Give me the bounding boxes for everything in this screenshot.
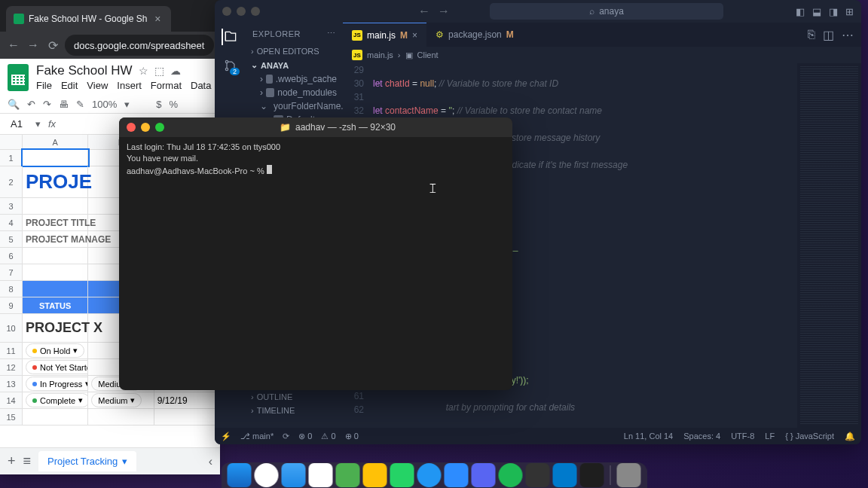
zoom-select[interactable]: 100%	[92, 99, 117, 110]
print-icon[interactable]: 🖶	[59, 99, 69, 110]
minimap[interactable]	[797, 63, 861, 428]
nav-forward-icon[interactable]: →	[438, 5, 450, 18]
dock-app-terminal[interactable]	[526, 463, 550, 487]
col-header[interactable]: A	[23, 135, 88, 149]
cell[interactable]: Medium ▾	[88, 392, 154, 408]
dock-app-discord[interactable]	[472, 463, 496, 487]
cell[interactable]: PROJE	[23, 166, 88, 197]
undo-icon[interactable]: ↶	[27, 99, 35, 110]
explorer-icon[interactable]	[222, 29, 238, 45]
address-bar[interactable]: docs.google.com/spreadsheet	[65, 35, 214, 56]
redo-icon[interactable]: ↷	[43, 99, 51, 110]
corner-cell[interactable]	[0, 135, 23, 149]
cell[interactable]	[154, 409, 220, 425]
sheets-logo-icon[interactable]	[8, 64, 29, 91]
open-editors-section[interactable]: › OPEN EDITORS	[245, 44, 343, 58]
dock-app-notion[interactable]	[309, 463, 333, 487]
row-header[interactable]: 13	[0, 376, 23, 392]
search-icon[interactable]: 🔍	[8, 99, 20, 110]
timeline-section[interactable]: › TIMELINE	[245, 404, 343, 417]
menu-edit[interactable]: Edit	[61, 80, 78, 91]
cell[interactable]: PROJECT MANAGE	[23, 231, 88, 247]
compare-icon[interactable]: ⎘	[808, 28, 815, 41]
close-window-button[interactable]	[222, 7, 231, 16]
dock-app-vscode[interactable]	[553, 463, 577, 487]
dock-app-mail[interactable]	[282, 463, 306, 487]
ports[interactable]: ⊕ 0	[345, 432, 359, 441]
cell[interactable]: PROJECT X	[23, 314, 88, 342]
chevron-down-icon[interactable]: ▾	[122, 456, 127, 467]
project-section[interactable]: ⌄ ANAYA	[245, 58, 343, 72]
dock-app-whatsapp[interactable]	[390, 463, 414, 487]
terminal-content[interactable]: Last login: Thu Jul 18 17:42:35 on ttys0…	[119, 137, 512, 181]
menu-view[interactable]: View	[87, 80, 108, 91]
menu-insert[interactable]: Insert	[117, 80, 142, 91]
dock-app-spotify[interactable]	[499, 463, 523, 487]
notifications-icon[interactable]: 🔔	[845, 432, 855, 441]
split-icon[interactable]: ◫	[823, 28, 834, 42]
source-control-icon[interactable]: 2	[222, 57, 238, 74]
row-header[interactable]: 12	[0, 359, 23, 375]
menu-format[interactable]: Format	[151, 80, 182, 91]
command-center[interactable]: ⌕ anaya	[490, 3, 723, 20]
maximize-window-button[interactable]	[155, 123, 164, 132]
move-icon[interactable]: ⬚	[154, 65, 164, 77]
cell[interactable]: Not Yet Started▾	[23, 359, 88, 375]
menu-file[interactable]: File	[36, 80, 52, 91]
cell[interactable]	[23, 264, 88, 280]
tree-item[interactable]: ›.wwebjs_cache	[245, 72, 343, 86]
tree-item[interactable]: ⌄yourFolderName...	[245, 99, 343, 113]
status-chip[interactable]: Not Yet Started▾	[26, 360, 88, 374]
cell[interactable]: In Progress▾	[23, 376, 88, 392]
dock-app-zoom[interactable]	[445, 463, 469, 487]
breadcrumb[interactable]: JS main.js › ▣ Client	[343, 47, 861, 63]
cell[interactable]	[23, 409, 88, 425]
sync-icon[interactable]: ⟳	[283, 432, 289, 441]
cell[interactable]	[23, 281, 88, 297]
row-header[interactable]: 6	[0, 248, 23, 264]
percent-button[interactable]: %	[169, 99, 178, 110]
more-icon[interactable]: ⋯	[842, 28, 854, 42]
row-header[interactable]: 1	[0, 150, 23, 166]
status-chip[interactable]: In Progress▾	[26, 377, 88, 391]
terminal-titlebar[interactable]: 📁 aadhav — -zsh — 92×30	[119, 117, 512, 137]
close-icon[interactable]: ×	[412, 30, 417, 41]
menu-data[interactable]: Data	[191, 80, 211, 91]
cell-name-box[interactable]: A1 ▾	[8, 117, 44, 131]
more-icon[interactable]: ⋯	[327, 29, 336, 38]
layout-sidebar-left-icon[interactable]: ◧	[796, 6, 805, 17]
row-header[interactable]: 3	[0, 198, 23, 214]
row-header[interactable]: 10	[0, 314, 23, 342]
cell[interactable]	[88, 409, 154, 425]
nav-back-icon[interactable]: ←	[418, 5, 430, 18]
language-mode[interactable]: { } JavaScript	[785, 432, 834, 441]
chrome-tab[interactable]: Fake School HW - Google Sh ×	[6, 6, 171, 32]
priority-chip[interactable]: Medium ▾	[91, 393, 142, 407]
row-header[interactable]: 7	[0, 264, 23, 280]
cell[interactable]: Complete▾	[23, 392, 88, 408]
minimize-window-button[interactable]	[237, 7, 246, 16]
chevron-left-icon[interactable]: ‹	[209, 455, 212, 468]
dock-app-finder[interactable]	[228, 463, 252, 487]
sheets-doc-title[interactable]: Fake School HW ☆ ⬚ ☁	[36, 63, 211, 78]
cloud-icon[interactable]: ☁	[170, 65, 181, 77]
cell[interactable]	[23, 248, 88, 264]
dock-app-chrome[interactable]	[255, 463, 279, 487]
dock-app-safari[interactable]	[417, 463, 442, 487]
row-header[interactable]: 9	[0, 297, 23, 313]
star-icon[interactable]: ☆	[139, 65, 148, 77]
status-chip[interactable]: Complete▾	[26, 393, 88, 407]
dock-app-messages[interactable]	[336, 463, 360, 487]
cell[interactable]: STATUS	[23, 297, 88, 313]
back-icon[interactable]: ←	[6, 38, 21, 53]
layout-panel-icon[interactable]: ⬓	[812, 6, 821, 17]
status-chip[interactable]: On Hold▾	[26, 343, 84, 358]
layout-customize-icon[interactable]: ⊞	[845, 6, 854, 17]
editor-tab-main[interactable]: JS main.js M ×	[343, 23, 426, 47]
cell[interactable]	[23, 198, 88, 214]
problems-warnings[interactable]: ⚠ 0	[321, 432, 335, 441]
close-window-button[interactable]	[127, 123, 136, 132]
dock-trash[interactable]	[617, 463, 641, 487]
row-header[interactable]: 4	[0, 215, 23, 230]
row-header[interactable]: 11	[0, 343, 23, 358]
